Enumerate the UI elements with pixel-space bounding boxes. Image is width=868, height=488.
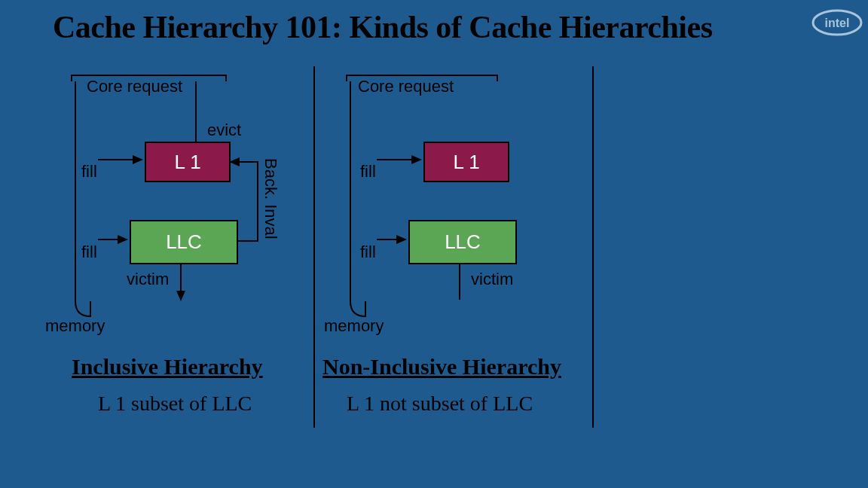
right-heading: Non-Inclusive Hierarchy	[322, 354, 561, 380]
left-llc-label: LLC	[166, 230, 202, 254]
right-sub: L 1 not subset of LLC	[347, 392, 533, 416]
left-core-request-label: Core request	[87, 77, 182, 96]
right-llc-box: LLC	[408, 220, 517, 264]
slide-title: Cache Hierarchy 101: Kinds of Cache Hier…	[53, 9, 844, 45]
left-heading: Inclusive Hierarchy	[72, 354, 263, 380]
left-llc-box: LLC	[130, 220, 238, 264]
right-l1-label: L 1	[453, 151, 479, 174]
left-fill-bottom-label: fill	[81, 242, 97, 262]
right-victim-label: victim	[471, 270, 513, 289]
slide: Cache Hierarchy 101: Kinds of Cache Hier…	[0, 0, 868, 488]
divider-2	[592, 66, 594, 428]
left-l1-box: L 1	[145, 142, 231, 182]
left-victim-label: victim	[127, 270, 169, 289]
right-fill-bottom-label: fill	[360, 242, 376, 262]
left-l1-label: L 1	[174, 151, 200, 174]
intel-logo-icon: intel	[811, 8, 863, 41]
right-memory-label: memory	[324, 316, 384, 336]
right-l1-box: L 1	[423, 142, 509, 182]
left-sub: L 1 subset of LLC	[98, 392, 252, 416]
left-evict-label: evict	[207, 120, 241, 140]
right-fill-top-label: fill	[360, 162, 376, 181]
right-core-request-label: Core request	[358, 77, 454, 96]
svg-text:intel: intel	[825, 17, 850, 29]
left-memory-label: memory	[45, 316, 105, 336]
divider-1	[313, 66, 315, 428]
left-backinval-label: Back. Inval	[261, 158, 280, 239]
left-fill-top-label: fill	[81, 162, 97, 181]
right-llc-label: LLC	[445, 230, 481, 254]
